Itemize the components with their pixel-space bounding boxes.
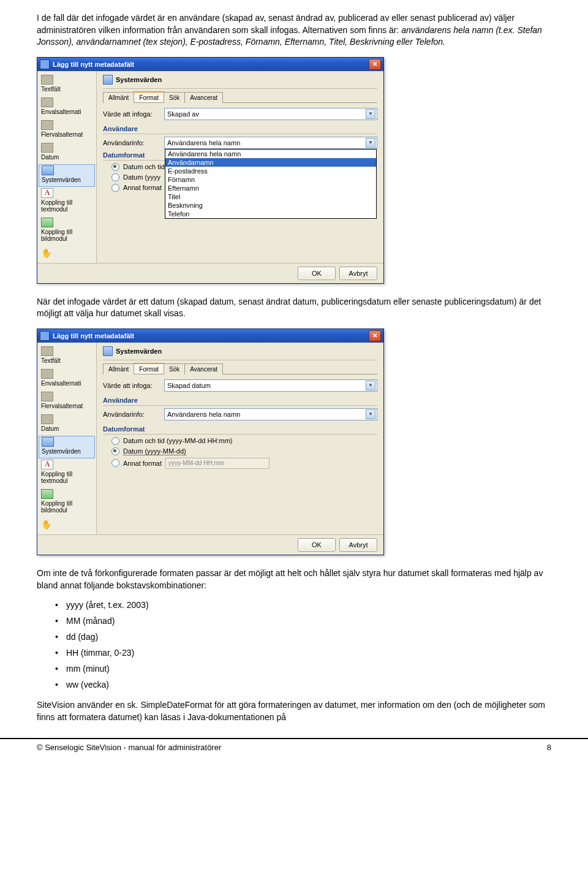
sidebar-label: Textfält	[41, 357, 61, 364]
ok-button[interactable]: OK	[298, 267, 336, 280]
dropdown-option[interactable]: Förnamn	[165, 175, 376, 184]
tab-search[interactable]: Sök	[164, 92, 185, 103]
cancel-button[interactable]: Avbryt	[339, 267, 377, 280]
dropdown-option[interactable]: Användarens hela namn	[165, 150, 376, 158]
radio-date-time[interactable]: Datum och tid (yyyy-MM-dd HH:mm)	[111, 437, 377, 445]
dropdown-option[interactable]: Beskrivning	[165, 201, 376, 210]
calendar-icon	[41, 143, 53, 153]
sidebar-label: Koppling till textmodul	[41, 471, 72, 484]
sidebar-item-textfield[interactable]: Textfält	[37, 74, 96, 96]
user-info-label: Användarinfo:	[103, 139, 164, 146]
radio-icon	[111, 184, 119, 192]
value-to-insert-value: Skapad datum	[167, 382, 211, 389]
sidebar-item-multi-choice[interactable]: Flervalsalternat	[37, 119, 96, 142]
textfield-icon	[41, 346, 53, 356]
cancel-button[interactable]: Avbryt	[339, 538, 377, 552]
radio-icon	[111, 447, 119, 455]
radio-custom-format[interactable]: Annat format yyyy-MM-dd HH:mm	[111, 458, 377, 469]
list-item: yyyy (året, t.ex. 2003)	[55, 600, 551, 610]
text-module-icon: A	[41, 460, 53, 469]
value-to-insert-select[interactable]: Skapad av ▼	[164, 108, 377, 120]
user-section-header: Användare	[103, 125, 377, 134]
hand-icon	[41, 521, 53, 531]
single-choice-icon	[41, 369, 53, 379]
list-item: dd (dag)	[55, 632, 551, 642]
close-button[interactable]: ✕	[369, 330, 381, 341]
user-info-label: Användarinfo:	[103, 411, 164, 418]
value-to-insert-select[interactable]: Skapad datum ▼	[164, 379, 377, 392]
tab-strip: Allmänt Format Sök Avancerat	[103, 91, 377, 103]
tab-advanced[interactable]: Avancerat	[184, 363, 223, 374]
sidebar-item-system-values[interactable]: Systemvärden	[39, 164, 95, 187]
image-module-icon	[41, 218, 53, 227]
value-to-insert-label: Värde att infoga:	[103, 110, 164, 118]
dropdown-option[interactable]: Telefon	[165, 210, 376, 218]
user-info-value: Användarens hela namn	[167, 411, 240, 418]
ok-button[interactable]: OK	[298, 538, 336, 552]
sidebar-label: Datum	[41, 154, 59, 161]
user-info-dropdown-list: Användarens hela namn Användarnamn E-pos…	[165, 149, 377, 219]
sidebar-label: Flervalsalternat	[41, 131, 83, 138]
tab-general[interactable]: Allmänt	[103, 92, 134, 103]
text-module-icon: A	[41, 188, 53, 198]
radio-label: Datum (yyyy-MM-dd)	[123, 447, 186, 455]
image-module-icon	[41, 489, 53, 499]
page-footer: © Senselogic SiteVision - manual för adm…	[0, 738, 588, 758]
sidebar-label: Systemvärden	[42, 177, 81, 183]
sidebar-item-system-values[interactable]: Systemvärden	[39, 436, 95, 458]
sidebar-item-date[interactable]: Datum	[37, 142, 96, 164]
user-info-select[interactable]: Användarens hela namn ▼	[164, 408, 377, 420]
dropdown-option[interactable]: Användarnamn	[165, 158, 376, 167]
close-icon: ✕	[372, 61, 377, 67]
dropdown-option[interactable]: Titel	[165, 192, 376, 201]
sidebar-label: Envalsalternati	[41, 380, 81, 387]
sidebar-item-link-textmodule[interactable]: AKoppling till textmodul	[37, 187, 96, 216]
dialog-button-bar: OK Avbryt	[37, 534, 383, 555]
tab-advanced[interactable]: Avancerat	[184, 92, 223, 103]
sidebar-item-single-choice[interactable]: Envalsalternati	[37, 368, 96, 390]
multi-choice-icon	[41, 120, 53, 130]
value-to-insert-label: Värde att infoga:	[103, 382, 164, 389]
chevron-down-icon: ▼	[366, 409, 375, 419]
radio-icon	[111, 163, 119, 171]
system-values-icon	[42, 165, 54, 175]
user-section-header: Användare	[103, 397, 377, 406]
dialog-main-panel: Systemvärden Allmänt Format Sök Avancera…	[97, 343, 383, 534]
user-info-select[interactable]: Användarens hela namn ▼ Användarens hela…	[164, 137, 377, 149]
radio-icon	[111, 437, 119, 445]
dialog-title-text: Lägg till nytt metadatafält	[53, 61, 134, 68]
close-button[interactable]: ✕	[369, 59, 381, 70]
sidebar-label: Envalsalternati	[41, 108, 81, 115]
dialog-sidebar: Textfält Envalsalternati Flervalsalterna…	[37, 71, 97, 263]
paragraph-2: När det infogade värdet är ett datum (sk…	[37, 296, 551, 320]
custom-format-input[interactable]: yyyy-MM-dd HH:mm	[165, 458, 270, 469]
system-values-icon	[42, 437, 54, 447]
radio-icon	[111, 173, 119, 181]
sidebar-item-link-imagemodule[interactable]: Koppling till bildmodul	[37, 216, 96, 246]
tab-strip: Allmänt Format Sök Avancerat	[103, 363, 377, 374]
panel-title: Systemvärden	[103, 346, 377, 360]
dialog-add-metadata-field-2: Lägg till nytt metadatafält ✕ Textfält E…	[37, 329, 384, 555]
sidebar-item-multi-choice[interactable]: Flervalsalternat	[37, 390, 96, 413]
tab-format[interactable]: Format	[134, 363, 164, 374]
dropdown-option[interactable]: E-postadress	[165, 167, 376, 175]
textfield-icon	[41, 75, 53, 85]
sidebar-item-textfield[interactable]: Textfält	[37, 345, 96, 368]
panel-title-icon	[103, 346, 113, 356]
tab-general[interactable]: Allmänt	[103, 363, 134, 374]
tab-format[interactable]: Format	[134, 91, 164, 102]
sidebar-label: Koppling till textmodul	[41, 199, 72, 213]
dialog-titlebar[interactable]: Lägg till nytt metadatafält ✕	[37, 58, 383, 71]
list-item: ww (vecka)	[55, 680, 551, 689]
dropdown-option[interactable]: Efternamn	[165, 184, 376, 192]
sidebar-item-date[interactable]: Datum	[37, 413, 96, 436]
single-choice-icon	[41, 97, 53, 107]
dialog-titlebar[interactable]: Lägg till nytt metadatafält ✕	[37, 329, 383, 343]
radio-label: Annat format	[123, 184, 162, 191]
sidebar-item-link-textmodule[interactable]: AKoppling till textmodul	[37, 458, 96, 488]
sidebar-item-link-imagemodule[interactable]: Koppling till bildmodul	[37, 488, 96, 517]
sidebar-item-single-choice[interactable]: Envalsalternati	[37, 96, 96, 119]
radio-date-only[interactable]: Datum (yyyy-MM-dd)	[111, 447, 377, 455]
tab-search[interactable]: Sök	[164, 363, 185, 374]
sidebar-label: Datum	[41, 425, 59, 432]
